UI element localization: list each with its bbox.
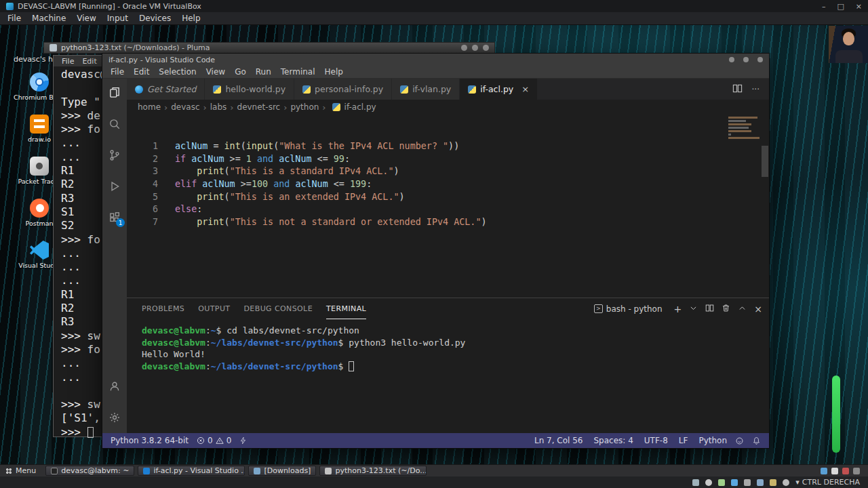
vbox-network-icon[interactable] xyxy=(731,479,738,486)
panel-tab-terminal[interactable]: TERMINAL xyxy=(326,298,366,319)
status-spaces[interactable]: Spaces: 4 xyxy=(594,436,633,445)
extensions-badge: 1 xyxy=(116,218,125,227)
tab-personal-info-py[interactable]: personal-info.py xyxy=(294,79,392,100)
vscode-menu-view[interactable]: View xyxy=(201,67,230,77)
vbox-optical-icon[interactable] xyxy=(705,479,712,486)
terminal-output[interactable]: devasc@labvm:~$ cd labs/devnet-src/pytho… xyxy=(127,319,769,433)
maximize-icon[interactable] xyxy=(743,57,749,62)
terminal-shell-selector[interactable]: > bash - python xyxy=(594,304,663,314)
breadcrumb-item[interactable]: if-acl.py xyxy=(344,102,376,112)
minimize-icon[interactable]: – xyxy=(822,2,826,11)
vscode-menu-file[interactable]: File xyxy=(106,67,129,77)
vscode-menubar: FileEditSelectionViewGoRunTerminalHelp xyxy=(102,66,769,79)
breadcrumb-item[interactable]: home xyxy=(138,102,161,112)
status-ln[interactable]: Ln 7, Col 56 xyxy=(534,436,583,445)
pluma-icon xyxy=(325,468,332,474)
tab-get-started[interactable]: Get Started xyxy=(127,79,205,100)
panel-tab-debug-console[interactable]: DEBUG CONSOLE xyxy=(243,298,313,319)
minimap[interactable] xyxy=(728,117,760,140)
split-terminal-icon[interactable] xyxy=(705,304,714,314)
dock-item-postman[interactable]: Postman xyxy=(26,199,54,227)
vbox-mouse-icon[interactable] xyxy=(783,479,789,486)
problems-status[interactable]: 0 0 xyxy=(197,436,231,445)
more-actions-icon[interactable]: ··· xyxy=(752,85,760,94)
minimize-icon[interactable] xyxy=(461,45,467,51)
updates-tray-icon[interactable] xyxy=(842,468,849,474)
feedback-icon[interactable] xyxy=(735,436,744,445)
vscode-titlebar[interactable]: if-acl.py - Visual Studio Code xyxy=(102,54,769,66)
code-editor[interactable]: 1aclNum = int(input("What is the IPv4 AC… xyxy=(127,115,769,298)
terminal-menu-edit[interactable]: Edit xyxy=(78,57,100,66)
vscode-menu-edit[interactable]: Edit xyxy=(129,67,154,77)
close-icon[interactable]: × xyxy=(856,2,862,11)
search-icon[interactable] xyxy=(104,114,125,134)
network-tray-icon[interactable] xyxy=(821,468,827,474)
vbox-display-icon[interactable] xyxy=(770,479,776,486)
taskbar-window-button[interactable]: [Downloads] xyxy=(248,466,316,476)
editor-scrollbar[interactable] xyxy=(762,146,768,177)
notifications-bell-icon[interactable] xyxy=(752,436,761,445)
breadcrumb-item[interactable]: python xyxy=(290,102,319,112)
breadcrumb-item[interactable]: devnet-src xyxy=(237,102,281,112)
vbox-menu-view[interactable]: View xyxy=(71,13,101,24)
dock-item-drawio[interactable]: draw.io xyxy=(28,115,51,143)
terminal-line: devasc@labvm:~/labs/devnet-src/python$ p… xyxy=(142,337,769,349)
new-terminal-icon[interactable]: + xyxy=(674,304,682,314)
vbox-menu-devices[interactable]: Devices xyxy=(134,13,176,24)
vscode-menu-help[interactable]: Help xyxy=(320,67,348,77)
status-lf[interactable]: LF xyxy=(679,436,688,445)
vbox-menu-help[interactable]: Help xyxy=(176,13,205,24)
vbox-menu-input[interactable]: Input xyxy=(102,13,134,24)
explorer-icon[interactable] xyxy=(104,83,125,103)
vbox-menu-machine[interactable]: Machine xyxy=(26,13,71,24)
close-icon[interactable] xyxy=(757,57,763,62)
settings-gear-icon[interactable] xyxy=(104,407,125,428)
maximize-icon[interactable] xyxy=(472,45,478,51)
close-icon[interactable]: × xyxy=(521,84,529,94)
vbox-hdd-icon[interactable] xyxy=(692,479,699,486)
python-interpreter-status[interactable]: Python 3.8.2 64-bit xyxy=(111,436,189,445)
status-utf-8[interactable]: UTF-8 xyxy=(644,436,668,445)
terminal-line: devasc@labvm:~$ cd labs/devnet-src/pytho… xyxy=(142,325,769,337)
status-python[interactable]: Python xyxy=(698,436,727,445)
tab-hello-world-py[interactable]: hello-world.py xyxy=(205,79,294,100)
taskbar-window-label: [Downloads] xyxy=(264,466,311,475)
vscode-menu-go[interactable]: Go xyxy=(230,67,251,77)
vscode-menu-selection[interactable]: Selection xyxy=(154,67,201,77)
dock-item-label: draw.io xyxy=(28,136,51,143)
clipboard-tray-icon[interactable] xyxy=(853,468,860,474)
taskbar-window-button[interactable]: python3-123.txt (~/Do... xyxy=(319,466,427,476)
tab-if-acl-py[interactable]: if-acl.py× xyxy=(460,79,538,100)
volume-tray-icon[interactable] xyxy=(831,468,838,474)
start-menu-button[interactable]: Menu xyxy=(3,466,42,476)
split-editor-icon[interactable] xyxy=(732,83,743,96)
run-debug-icon[interactable] xyxy=(104,176,125,197)
close-panel-icon[interactable]: × xyxy=(754,304,762,314)
vscode-menu-terminal[interactable]: Terminal xyxy=(276,67,320,77)
vbox-usb-icon[interactable] xyxy=(744,479,751,486)
vbox-shared-folders-icon[interactable] xyxy=(757,479,764,486)
lightning-icon[interactable] xyxy=(239,436,247,445)
tab-if-vlan-py[interactable]: if-vlan.py xyxy=(392,79,460,100)
panel-tab-problems[interactable]: PROBLEMS xyxy=(142,298,184,319)
virtualbox-statusbar: ▾ CTRL DERECHA xyxy=(0,476,868,488)
taskbar-window-button[interactable]: devasc@labvm: ~ xyxy=(45,466,134,476)
breadcrumb-item[interactable]: devasc xyxy=(171,102,199,112)
terminal-menu-file[interactable]: File xyxy=(58,57,78,66)
maximize-panel-chevron-up-icon[interactable] xyxy=(738,304,747,314)
minimize-icon[interactable] xyxy=(729,57,734,62)
pluma-titlebar[interactable]: python3-123.txt (~/Downloads) - Pluma xyxy=(43,42,495,54)
maximize-icon[interactable]: □ xyxy=(837,2,844,11)
source-control-icon[interactable] xyxy=(104,145,125,165)
breadcrumb-item[interactable]: labs xyxy=(210,102,227,112)
close-icon[interactable] xyxy=(483,45,489,51)
chevron-down-icon[interactable] xyxy=(689,304,698,314)
taskbar-window-button[interactable]: if-acl.py - Visual Studio ... xyxy=(138,466,245,476)
vbox-menu-file[interactable]: File xyxy=(2,13,26,24)
kill-terminal-trash-icon[interactable] xyxy=(722,304,730,314)
extensions-icon[interactable]: 1 xyxy=(104,207,125,228)
vscode-menu-run[interactable]: Run xyxy=(251,67,276,77)
panel-tab-output[interactable]: OUTPUT xyxy=(198,298,230,319)
vbox-audio-icon[interactable] xyxy=(718,479,725,486)
account-icon[interactable] xyxy=(104,376,125,396)
